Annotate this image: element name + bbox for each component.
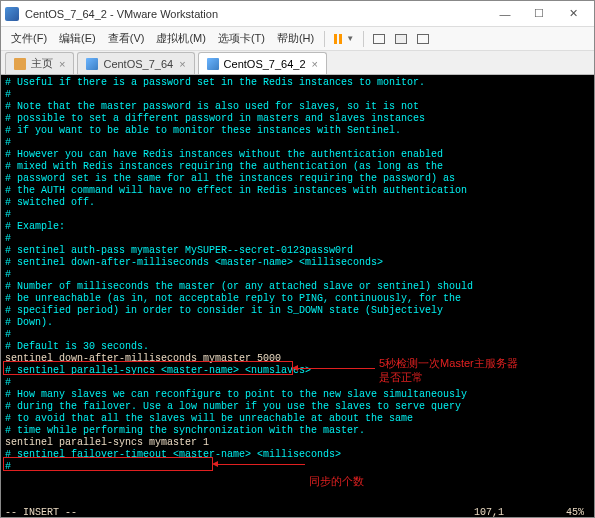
screen-icon bbox=[373, 34, 385, 44]
menu-file[interactable]: 文件(F) bbox=[5, 28, 53, 49]
config-down-after: sentinel down-after-milliseconds mymaste… bbox=[5, 353, 590, 365]
term-line: # Useful if there is a password set in t… bbox=[5, 77, 590, 89]
term-line: # be unreachable (as in, not acceptable … bbox=[5, 293, 590, 305]
snapshot-icon bbox=[395, 34, 407, 44]
menu-vm[interactable]: 虚拟机(M) bbox=[150, 28, 212, 49]
term-line: # bbox=[5, 269, 590, 281]
tab-centos2[interactable]: CentOS_7_64_2 × bbox=[198, 52, 327, 74]
separator bbox=[363, 31, 364, 47]
term-line: # specified period) in order to consider… bbox=[5, 305, 590, 317]
config-parallel-syncs: sentinel parallel-syncs mymaster 1 bbox=[5, 437, 590, 449]
term-line: # Number of milliseconds the master (or … bbox=[5, 281, 590, 293]
vm-icon bbox=[207, 58, 219, 70]
term-line: # sentinel auth-pass mymaster MySUPER--s… bbox=[5, 245, 590, 257]
term-line: # password set is the same for all the i… bbox=[5, 173, 590, 185]
tab-label: CentOS_7_64 bbox=[103, 58, 173, 70]
pause-button[interactable]: ▼ bbox=[330, 32, 358, 46]
vim-statusline: -- INSERT -- 107,1 45% bbox=[1, 507, 594, 518]
term-line: # possible to set a different password i… bbox=[5, 113, 590, 125]
tab-label: CentOS_7_64_2 bbox=[224, 58, 306, 70]
fullscreen-icon bbox=[417, 34, 429, 44]
menubar: 文件(F) 编辑(E) 查看(V) 虚拟机(M) 选项卡(T) 帮助(H) ▼ bbox=[1, 27, 594, 51]
menu-view[interactable]: 查看(V) bbox=[102, 28, 151, 49]
menu-help[interactable]: 帮助(H) bbox=[271, 28, 320, 49]
term-line: # sentinel parallel-syncs <master-name> … bbox=[5, 365, 590, 377]
send-keys-button[interactable] bbox=[369, 32, 389, 46]
term-line: # sentinel down-after-milliseconds <mast… bbox=[5, 257, 590, 269]
vim-scroll-pct: 45% bbox=[566, 507, 584, 518]
tab-close-icon[interactable]: × bbox=[59, 58, 65, 70]
term-line: # bbox=[5, 377, 590, 389]
window-title: CentOS_7_64_2 - VMware Workstation bbox=[25, 8, 488, 20]
vim-cursor-pos: 107,1 bbox=[474, 507, 504, 518]
pause-icon bbox=[334, 34, 344, 44]
term-line: # bbox=[5, 89, 590, 101]
chevron-down-icon: ▼ bbox=[346, 34, 354, 43]
term-line: # However you can have Redis instances w… bbox=[5, 149, 590, 161]
term-line: # during the failover. Use a low number … bbox=[5, 401, 590, 413]
term-line: # Note that the master password is also … bbox=[5, 101, 590, 113]
term-line: # Example: bbox=[5, 221, 590, 233]
term-line: # bbox=[5, 209, 590, 221]
term-line: # bbox=[5, 329, 590, 341]
tab-label: 主页 bbox=[31, 56, 53, 71]
terminal[interactable]: # Useful if there is a password set in t… bbox=[1, 75, 594, 518]
annotation-2: 同步的个数 bbox=[309, 475, 364, 487]
vim-mode: -- INSERT -- bbox=[5, 507, 77, 518]
term-line: # the AUTH command will have no effect i… bbox=[5, 185, 590, 197]
term-line: # switched off. bbox=[5, 197, 590, 209]
vmware-icon bbox=[5, 7, 19, 21]
menu-tabs[interactable]: 选项卡(T) bbox=[212, 28, 271, 49]
vm-icon bbox=[86, 58, 98, 70]
term-line: # How many slaves we can reconfigure to … bbox=[5, 389, 590, 401]
term-line: # bbox=[5, 461, 590, 473]
tab-close-icon[interactable]: × bbox=[179, 58, 185, 70]
term-line: # mixed with Redis instances requiring t… bbox=[5, 161, 590, 173]
term-line: # sentinel failover-timeout <master-name… bbox=[5, 449, 590, 461]
tab-centos1[interactable]: CentOS_7_64 × bbox=[77, 52, 194, 74]
term-line: # if you want to be able to monitor thes… bbox=[5, 125, 590, 137]
fullscreen-button[interactable] bbox=[413, 32, 433, 46]
snapshot-button[interactable] bbox=[391, 32, 411, 46]
tabstrip: 主页 × CentOS_7_64 × CentOS_7_64_2 × bbox=[1, 51, 594, 75]
menu-edit[interactable]: 编辑(E) bbox=[53, 28, 102, 49]
tab-home[interactable]: 主页 × bbox=[5, 52, 74, 74]
close-button[interactable]: ✕ bbox=[556, 3, 590, 25]
term-line: # time while performing the synchronizat… bbox=[5, 425, 590, 437]
term-line: # Down). bbox=[5, 317, 590, 329]
home-icon bbox=[14, 58, 26, 70]
separator bbox=[324, 31, 325, 47]
term-line: # bbox=[5, 233, 590, 245]
minimize-button[interactable]: — bbox=[488, 3, 522, 25]
maximize-button[interactable]: ☐ bbox=[522, 3, 556, 25]
term-line: # to avoid that all the slaves will be u… bbox=[5, 413, 590, 425]
titlebar: CentOS_7_64_2 - VMware Workstation — ☐ ✕ bbox=[1, 1, 594, 27]
term-line: # bbox=[5, 137, 590, 149]
term-line: # Default is 30 seconds. bbox=[5, 341, 590, 353]
tab-close-icon[interactable]: × bbox=[312, 58, 318, 70]
